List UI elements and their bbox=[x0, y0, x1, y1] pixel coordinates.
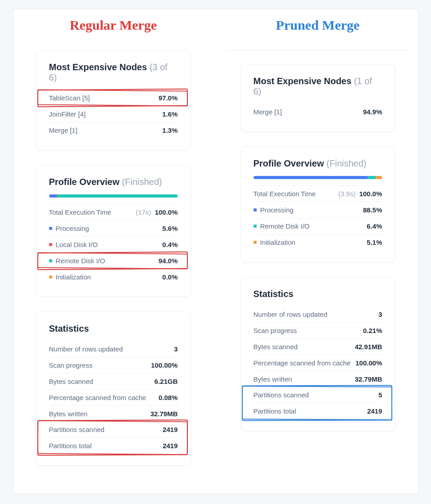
expensive-nodes-card: Most Expensive Nodes (1 of 6) Merge [1] … bbox=[240, 64, 395, 132]
profile-breakdown-row: Remote Disk I/O 6.4% bbox=[254, 218, 382, 234]
expensive-title-text: Most Expensive Nodes bbox=[49, 62, 147, 72]
stat-value: 100.00% bbox=[355, 359, 382, 367]
breakdown-label: Initialization bbox=[254, 238, 295, 246]
profile-bar bbox=[254, 176, 382, 179]
total-label: Total Execution Time bbox=[49, 208, 111, 216]
stat-label: Number of rows updated bbox=[49, 345, 123, 353]
breakdown-value: 94.0% bbox=[159, 257, 178, 265]
profile-status: (Finished) bbox=[122, 177, 162, 187]
stat-row: Partitions scanned5 bbox=[254, 387, 382, 403]
legend-dot-icon bbox=[254, 208, 257, 212]
legend-dot-icon bbox=[49, 259, 52, 262]
total-value: (17s) 100.0% bbox=[136, 208, 177, 216]
pruned-merge-title: Pruned Merge bbox=[276, 18, 360, 32]
bar-segment-processing bbox=[254, 176, 367, 179]
stat-row: Percentage scanned from cache100.00% bbox=[254, 355, 382, 371]
expensive-node-row: TableScan [5] 97.0% bbox=[49, 90, 178, 106]
bar-segment-initialization bbox=[376, 176, 382, 179]
stat-label: Bytes written bbox=[49, 410, 88, 418]
total-execution-row: Total Execution Time (17s) 100.0% bbox=[49, 204, 178, 220]
legend-dot-icon bbox=[254, 225, 257, 228]
node-value: 1.3% bbox=[162, 126, 177, 134]
total-execution-row: Total Execution Time (3.9s) 100.0% bbox=[254, 185, 382, 202]
node-label: TableScan [5] bbox=[49, 94, 90, 102]
stat-value: 3 bbox=[378, 310, 382, 318]
expensive-nodes-card: Most Expensive Nodes (3 of 6) TableScan … bbox=[36, 50, 191, 150]
profile-overview-card: Profile Overview (Finished) Total Execut… bbox=[36, 165, 191, 297]
stat-value: 6.21GB bbox=[154, 378, 178, 385]
card-title: Profile Overview (Finished) bbox=[49, 177, 178, 187]
total-pct: 100.0% bbox=[155, 208, 178, 216]
stat-row: Number of rows updated3 bbox=[254, 306, 382, 322]
breakdown-label: Processing bbox=[254, 206, 294, 214]
profile-overview-card: Profile Overview (Finished) Total Execut… bbox=[240, 146, 395, 262]
card-title: Statistics bbox=[49, 324, 178, 334]
card-title: Most Expensive Nodes (1 of 6) bbox=[254, 76, 382, 97]
legend-dot-icon bbox=[254, 241, 257, 244]
breakdown-value: 6.4% bbox=[367, 222, 382, 230]
breakdown-value: 0.4% bbox=[162, 241, 177, 248]
divider bbox=[227, 50, 409, 50]
legend-dot-icon bbox=[49, 243, 52, 246]
breakdown-value: 88.5% bbox=[363, 206, 382, 214]
total-label: Total Execution Time bbox=[254, 190, 316, 198]
stat-row: Bytes scanned6.21GB bbox=[49, 373, 178, 389]
total-time-paren: (17s) bbox=[136, 208, 151, 216]
stat-label: Bytes scanned bbox=[49, 378, 93, 385]
profile-title-text: Profile Overview bbox=[254, 158, 324, 168]
node-value: 1.6% bbox=[162, 110, 177, 118]
stat-value: 0.08% bbox=[159, 394, 178, 401]
stat-value: 2419 bbox=[163, 442, 177, 450]
stat-label: Scan progress bbox=[254, 327, 297, 334]
stat-value: 0.21% bbox=[363, 327, 382, 334]
breakdown-label: Remote Disk I/O bbox=[49, 257, 105, 265]
profile-breakdown-row: Remote Disk I/O 94.0% bbox=[49, 252, 178, 269]
card-title: Most Expensive Nodes (3 of 6) bbox=[49, 62, 178, 83]
legend-dot-icon bbox=[49, 275, 52, 279]
pruned-merge-column: Pruned Merge Most Expensive Nodes (1 of … bbox=[227, 14, 409, 480]
node-label: Merge [1] bbox=[254, 108, 282, 116]
stat-row: Bytes written32.79MB bbox=[254, 371, 382, 387]
stat-label: Bytes written bbox=[254, 375, 292, 383]
regular-merge-title: Regular Merge bbox=[70, 18, 157, 32]
card-title: Profile Overview (Finished) bbox=[254, 158, 382, 169]
total-pct: 100.0% bbox=[359, 190, 382, 198]
node-value: 97.0% bbox=[159, 94, 178, 102]
stat-row: Percentage scanned from cache0.08% bbox=[49, 389, 178, 405]
stat-label: Percentage scanned from cache bbox=[49, 394, 146, 401]
stat-value: 100.00% bbox=[151, 361, 177, 369]
profile-breakdown-row: Local Disk I/O 0.4% bbox=[49, 236, 178, 252]
comparison-page: Regular Merge Most Expensive Nodes (3 of… bbox=[13, 9, 418, 494]
stat-label: Partitions scanned bbox=[49, 426, 104, 433]
node-label: JoinFilter [4] bbox=[49, 110, 86, 118]
breakdown-value: 5.6% bbox=[162, 225, 177, 232]
breakdown-value: 0.0% bbox=[162, 273, 177, 281]
regular-merge-column: Regular Merge Most Expensive Nodes (3 of… bbox=[23, 14, 204, 480]
stat-row: Number of rows updated3 bbox=[49, 341, 178, 357]
partitions-highlight: Partitions scanned5 Partitions total2419 bbox=[254, 387, 382, 419]
partitions-highlight: Partitions scanned2419 Partitions total2… bbox=[49, 422, 178, 454]
breakdown-label: Initialization bbox=[49, 273, 91, 281]
stat-value: 2419 bbox=[367, 407, 382, 415]
expensive-title-text: Most Expensive Nodes bbox=[254, 76, 352, 86]
stat-row: Partitions total2419 bbox=[254, 403, 382, 419]
total-time-paren: (3.9s) bbox=[338, 190, 355, 198]
statistics-card: Statistics Number of rows updated3 Scan … bbox=[240, 277, 395, 431]
stat-row: Scan progress0.21% bbox=[254, 322, 382, 338]
stat-value: 2419 bbox=[163, 426, 177, 433]
breakdown-label: Processing bbox=[49, 225, 89, 232]
stat-value: 32.79MB bbox=[150, 410, 178, 418]
expensive-node-row: Merge [1] 94.9% bbox=[254, 104, 382, 120]
breakdown-label: Local Disk I/O bbox=[49, 241, 98, 248]
stat-value: 5 bbox=[378, 391, 382, 399]
stat-row: Partitions total2419 bbox=[49, 437, 178, 454]
profile-breakdown-row: Processing 88.5% bbox=[254, 202, 382, 218]
stat-value: 32.79MB bbox=[355, 375, 382, 383]
stat-row: Bytes written32.79MB bbox=[49, 405, 178, 422]
stat-row: Partitions scanned2419 bbox=[49, 422, 178, 437]
stat-label: Scan progress bbox=[49, 361, 93, 369]
profile-breakdown-row: Initialization 0.0% bbox=[49, 269, 178, 285]
bar-segment-remote-disk bbox=[57, 194, 178, 198]
statistics-card: Statistics Number of rows updated3 Scan … bbox=[36, 311, 191, 466]
stat-row: Bytes scanned42.91MB bbox=[254, 338, 382, 355]
